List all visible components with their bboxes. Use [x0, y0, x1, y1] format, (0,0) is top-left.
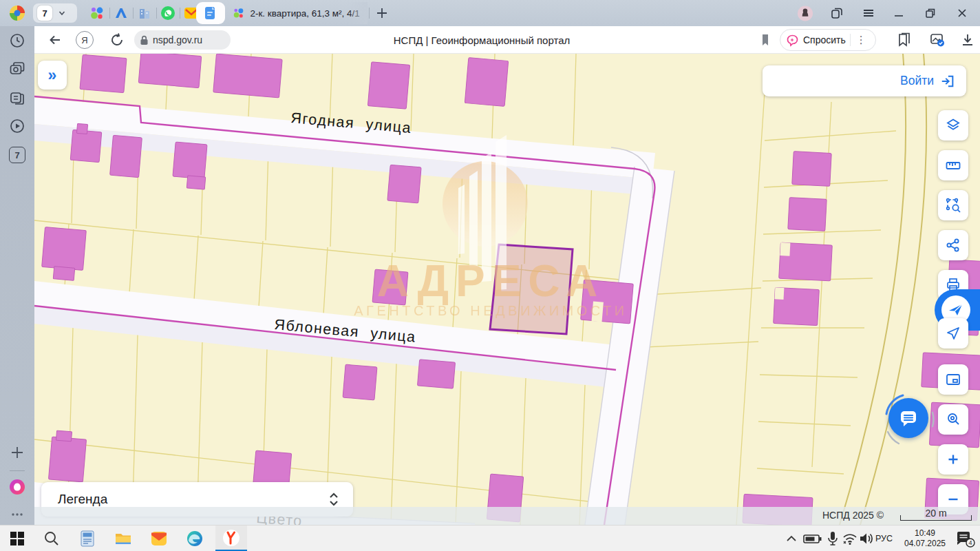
plus-icon — [945, 451, 961, 468]
map-canvas[interactable]: Ягодная улица Яблоневая улица Цвето АДРЕ… — [34, 54, 980, 525]
maximize-button[interactable] — [922, 5, 939, 21]
divider — [369, 8, 370, 19]
attribution-bar: НСПД 2025 © 20 m — [34, 507, 980, 525]
notification-center[interactable]: 4 — [955, 530, 976, 548]
hidden-icons-chevron[interactable] — [785, 530, 798, 548]
area-select-button[interactable] — [938, 190, 968, 220]
new-tab-button[interactable] — [374, 6, 390, 21]
minus-icon — [945, 491, 961, 508]
edge-browser-icon[interactable] — [186, 530, 204, 548]
windows-taskbar: РУС 10:49 04.07.2025 4 — [0, 525, 980, 551]
add-panel-icon[interactable] — [9, 444, 25, 461]
zoom-in-button[interactable] — [938, 444, 968, 475]
battery-icon[interactable] — [802, 530, 823, 548]
tab-counter[interactable]: 7 — [33, 3, 77, 23]
share-button[interactable] — [938, 230, 968, 260]
file-explorer-icon[interactable] — [114, 530, 132, 548]
pinned-tab-building-icon[interactable] — [137, 6, 152, 21]
tabs-overview-button[interactable] — [829, 5, 845, 21]
measure-button[interactable] — [938, 150, 968, 180]
watermark-title: АДРЕСА — [377, 256, 604, 306]
mail-app-icon[interactable] — [150, 530, 168, 548]
history-icon[interactable] — [9, 32, 25, 49]
login-label: Войти — [900, 74, 934, 88]
back-button[interactable] — [47, 32, 63, 48]
notification-icon: 4 — [955, 530, 976, 549]
login-icon — [940, 74, 955, 89]
ask-label: Спросить — [803, 34, 846, 45]
sidebar-tab-count: 7 — [14, 150, 19, 160]
sidebar-tabs-icon[interactable]: 7 — [9, 147, 25, 163]
sidebar-divider — [10, 470, 25, 471]
search-location-icon — [945, 411, 961, 428]
download-icon[interactable] — [959, 32, 976, 48]
wifi-icon[interactable] — [841, 530, 859, 548]
yandex-browser-logo-icon[interactable] — [8, 3, 27, 23]
chevron-down-icon — [58, 9, 66, 17]
tab-counter-value: 7 — [37, 6, 52, 21]
taskbar-time: 10:49 — [899, 528, 951, 539]
avito-icon — [233, 7, 244, 19]
ask-more-menu[interactable]: ⋮ — [850, 34, 868, 46]
page-title: НСПД | Геоинформационный портал — [323, 26, 640, 54]
search-location-button[interactable] — [938, 404, 968, 435]
mini-map-button[interactable] — [938, 364, 968, 395]
address-bar: Я nspd.gov.ru НСПД | Геоинформационный п… — [34, 26, 980, 54]
image-translate-icon[interactable] — [929, 32, 946, 48]
scale-bar: 20 m — [900, 508, 972, 521]
collections-icon[interactable] — [896, 32, 913, 48]
screenshot-icon[interactable] — [9, 61, 25, 77]
volume-icon[interactable] — [858, 530, 875, 548]
attribution-text: НСПД 2025 © — [822, 510, 884, 521]
login-bar[interactable]: Войти — [763, 65, 966, 96]
expand-sidebar-button[interactable]: » — [38, 61, 67, 90]
taskbar-date: 04.07.2025 — [899, 539, 951, 549]
locate-button[interactable] — [938, 318, 968, 349]
alice-assistant-icon[interactable] — [9, 479, 25, 495]
lock-icon — [140, 35, 149, 45]
divider — [109, 8, 110, 19]
document-icon — [203, 6, 218, 21]
profile-avatar[interactable] — [797, 5, 813, 21]
pinned-tab-active[interactable] — [196, 2, 225, 24]
browser-sidebar: 7 — [0, 26, 34, 525]
reload-button[interactable] — [109, 32, 125, 48]
yandex-browser-taskbar-active[interactable] — [215, 526, 247, 551]
close-button[interactable] — [954, 5, 970, 21]
yandex-browser-y-icon — [222, 529, 240, 547]
chat-bubble-icon — [898, 408, 919, 428]
screen: 7 — [0, 0, 980, 551]
url-field[interactable]: nspd.gov.ru — [134, 30, 231, 50]
watermark-subtitle: АГЕНТСТВО НЕДВИЖИМОСТИ — [354, 303, 627, 318]
layers-icon — [945, 117, 961, 134]
minimize-button[interactable] — [891, 5, 907, 21]
taskbar-app-icon[interactable] — [78, 530, 96, 548]
tab-listing[interactable]: 2-к. квартира, 61,3 м², 4/1 — [230, 2, 368, 24]
share-icon — [945, 237, 961, 253]
taskbar-clock[interactable]: 10:49 04.07.2025 — [899, 528, 951, 549]
navigation-arrow-icon — [945, 325, 961, 342]
pinned-tab-avito-icon[interactable] — [89, 6, 105, 21]
chat-widget[interactable] — [880, 389, 939, 448]
start-button[interactable] — [8, 530, 26, 548]
layers-button[interactable] — [938, 110, 968, 141]
chat-button[interactable] — [888, 398, 928, 438]
more-options-icon[interactable] — [9, 506, 25, 523]
notification-count: 4 — [968, 539, 972, 546]
ask-ai-button[interactable]: Спросить ⋮ — [780, 29, 876, 51]
paper-plane-icon — [947, 301, 965, 319]
yandex-letter: Я — [81, 35, 87, 45]
video-icon[interactable] — [9, 118, 25, 134]
legend-collapse-icon[interactable] — [328, 490, 339, 508]
yandex-page-badge[interactable]: Я — [76, 31, 94, 49]
feed-icon[interactable] — [9, 90, 25, 106]
pinned-tab-a-icon[interactable] — [114, 6, 129, 21]
taskbar-search-icon[interactable] — [43, 530, 61, 548]
bookmark-icon[interactable] — [757, 32, 774, 48]
pinned-tab-whatsapp-icon[interactable] — [160, 6, 175, 21]
language-indicator[interactable]: РУС — [875, 534, 893, 543]
menu-button[interactable] — [860, 5, 877, 21]
url-text: nspd.gov.ru — [153, 34, 202, 45]
picture-in-picture-icon — [945, 371, 961, 388]
microphone-icon[interactable] — [826, 530, 840, 548]
